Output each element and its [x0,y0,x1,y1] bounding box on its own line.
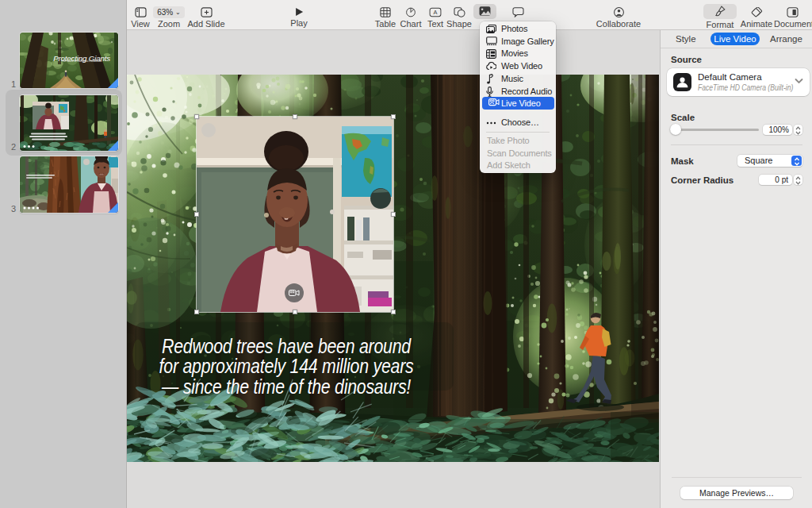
svg-text:The future of California’s red: The future of California’s redwoods [61,60,102,63]
svg-text:A: A [434,9,438,16]
